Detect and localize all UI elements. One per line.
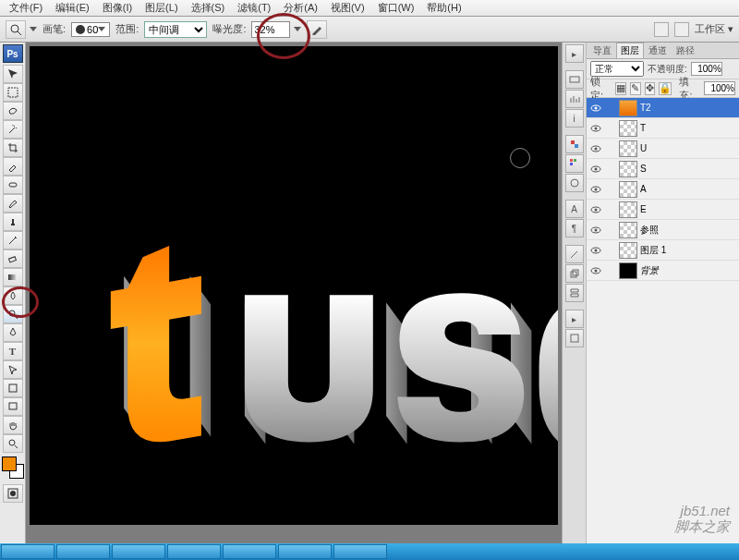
brush-tool[interactable] [3, 194, 23, 213]
visibility-eye-icon[interactable] [589, 142, 602, 155]
lock-transparency-icon[interactable]: ▦ [615, 82, 626, 95]
visibility-eye-icon[interactable] [589, 163, 602, 176]
taskbar-button[interactable] [112, 544, 165, 559]
actions-icon[interactable]: ▸ [565, 310, 584, 328]
menu-file[interactable]: 文件(F) [4, 0, 48, 16]
tab-channels[interactable]: 通道 [644, 43, 672, 58]
panel-toggle-icon[interactable]: ▸ [565, 44, 584, 63]
menu-edit[interactable]: 编辑(E) [50, 0, 95, 16]
layers-comp-icon[interactable] [565, 329, 584, 347]
screen-mode-icon[interactable] [674, 22, 689, 37]
menu-image[interactable]: 图像(I) [97, 0, 138, 16]
brush-picker[interactable]: 60 [71, 22, 110, 37]
path-select-tool[interactable] [3, 360, 23, 379]
menu-filter[interactable]: 滤镜(T) [232, 0, 276, 16]
menu-bar: 文件(F) 编辑(E) 图像(I) 图层(L) 选择(S) 滤镜(T) 分析(A… [0, 0, 739, 17]
menu-analysis[interactable]: 分析(A) [278, 0, 323, 16]
eyedropper-tool[interactable] [3, 157, 23, 176]
stamp-tool[interactable] [3, 213, 23, 231]
layer-row[interactable]: E [587, 200, 739, 220]
type-tool[interactable]: T [3, 342, 23, 360]
range-label: 范围: [115, 22, 139, 36]
lock-all-icon[interactable]: 🔒 [659, 82, 672, 95]
clone-icon[interactable] [565, 264, 584, 283]
histogram-icon[interactable] [565, 90, 584, 108]
fill-input[interactable] [704, 81, 735, 95]
foreground-color[interactable] [2, 457, 17, 471]
healing-tool[interactable] [3, 176, 23, 194]
history-brush-tool[interactable] [3, 231, 23, 250]
visibility-eye-icon[interactable] [589, 244, 602, 257]
swatches-icon[interactable] [565, 154, 584, 173]
styles-icon[interactable] [565, 174, 584, 192]
airbrush-toggle[interactable] [307, 20, 327, 39]
visibility-eye-icon[interactable] [589, 183, 602, 196]
layer-row[interactable]: T2 [587, 98, 739, 118]
lock-pixels-icon[interactable]: ✎ [630, 82, 641, 95]
menu-layer[interactable]: 图层(L) [139, 0, 183, 16]
pen-tool[interactable] [3, 323, 23, 342]
layer-name: 背景 [640, 264, 736, 277]
lock-position-icon[interactable]: ✥ [645, 82, 656, 95]
taskbar [0, 543, 739, 560]
visibility-eye-icon[interactable] [589, 102, 602, 115]
marquee-tool[interactable] [3, 83, 23, 102]
info-icon[interactable]: i [565, 109, 584, 128]
visibility-eye-icon[interactable] [589, 264, 602, 277]
brushes-icon[interactable] [565, 245, 584, 263]
menu-select[interactable]: 选择(S) [186, 0, 231, 16]
range-select[interactable]: 中间调 [144, 21, 207, 38]
taskbar-button[interactable] [333, 544, 387, 559]
wand-tool[interactable] [3, 120, 23, 139]
tool-presets-icon[interactable] [565, 284, 584, 302]
layer-row[interactable]: U [587, 139, 739, 159]
paragraph-icon[interactable]: ¶ [565, 219, 584, 237]
exposure-slider-toggle[interactable] [294, 27, 301, 31]
layer-row[interactable]: 背景 [587, 261, 739, 281]
notes-tool[interactable] [3, 397, 23, 416]
menu-view[interactable]: 视图(V) [325, 0, 370, 16]
tab-paths[interactable]: 路径 [672, 43, 699, 58]
shape-tool[interactable] [3, 379, 23, 397]
visibility-eye-icon[interactable] [589, 203, 602, 216]
visibility-eye-icon[interactable] [589, 122, 602, 135]
menu-window[interactable]: 窗口(W) [372, 0, 420, 16]
navigator-icon[interactable] [565, 70, 584, 89]
hand-tool[interactable] [3, 416, 23, 434]
visibility-eye-icon[interactable] [589, 224, 602, 237]
layer-row[interactable]: S [587, 159, 739, 179]
canvas-area [26, 43, 562, 543]
layer-row[interactable]: A [587, 179, 739, 200]
color-icon[interactable] [565, 135, 584, 153]
character-icon[interactable]: A [565, 200, 584, 218]
menu-help[interactable]: 帮助(H) [421, 0, 466, 16]
doc-icon[interactable] [654, 22, 669, 37]
lasso-tool[interactable] [3, 102, 23, 120]
eraser-tool[interactable] [3, 250, 23, 268]
taskbar-button[interactable] [167, 544, 221, 559]
document-canvas[interactable] [30, 46, 558, 525]
tool-preset-dropdown[interactable] [30, 27, 37, 31]
crop-tool[interactable] [3, 139, 23, 157]
exposure-input[interactable] [251, 21, 290, 38]
gradient-tool[interactable] [3, 268, 23, 286]
workspace-menu[interactable]: 工作区 ▾ [695, 22, 733, 36]
taskbar-button[interactable] [1, 544, 55, 559]
move-tool[interactable] [3, 65, 23, 83]
svg-point-27 [595, 127, 598, 129]
taskbar-button[interactable] [278, 544, 332, 559]
svg-rect-18 [574, 159, 576, 162]
layer-row[interactable]: T [587, 118, 739, 139]
taskbar-button[interactable] [223, 544, 276, 559]
layer-row[interactable]: 参照 [587, 220, 739, 240]
blur-tool[interactable] [3, 286, 23, 305]
taskbar-button[interactable] [56, 544, 110, 559]
tab-layers[interactable]: 图层 [616, 43, 644, 58]
current-tool-icon[interactable] [6, 20, 26, 39]
layer-row[interactable]: 图层 1 [587, 240, 739, 261]
quickmask-toggle[interactable] [3, 484, 23, 503]
color-swatches[interactable] [2, 457, 24, 479]
tab-navigator[interactable]: 导直 [588, 43, 616, 58]
zoom-tool[interactable] [3, 434, 23, 453]
dodge-tool[interactable] [3, 305, 23, 323]
